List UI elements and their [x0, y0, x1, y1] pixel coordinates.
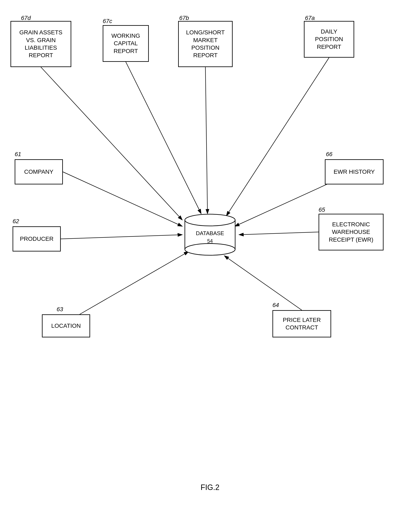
- tag-65: 65: [319, 206, 325, 213]
- figure-label: FIG.2: [0, 483, 420, 492]
- box-63-label: LOCATION: [51, 322, 81, 330]
- box-63: LOCATION: [42, 314, 90, 337]
- box-62-label: PRODUCER: [20, 235, 53, 243]
- box-67b-label: LONG/SHORTMARKETPOSITIONREPORT: [186, 29, 225, 59]
- tag-64: 64: [272, 302, 279, 308]
- database-cylinder: DATABASE 54: [183, 212, 237, 258]
- tag-67c: 67c: [103, 18, 112, 24]
- box-65-label: ELECTRONICWAREHOUSERECEIPT (EWR): [329, 221, 374, 244]
- svg-line-10: [224, 256, 302, 310]
- svg-line-1: [41, 67, 182, 220]
- box-67d-label: GRAIN ASSETSVS. GRAINLIABILITIESREPORT: [19, 29, 62, 59]
- svg-line-4: [226, 58, 329, 216]
- box-62: PRODUCER: [13, 226, 61, 251]
- figure-label-text: FIG.2: [201, 483, 219, 492]
- svg-line-7: [61, 235, 182, 239]
- box-67b: LONG/SHORTMARKETPOSITIONREPORT: [178, 21, 233, 67]
- box-67a: DAILYPOSITIONREPORT: [304, 21, 354, 58]
- diagram: 67d 67c 67b 67a 61 66 62 65 63 64 GRAIN …: [0, 0, 420, 517]
- tag-67d: 67d: [21, 15, 31, 21]
- svg-point-14: [185, 244, 235, 255]
- svg-text:54: 54: [207, 238, 213, 244]
- svg-line-2: [126, 62, 201, 214]
- tag-67b: 67b: [179, 15, 189, 21]
- box-67c: WORKINGCAPITALREPORT: [103, 25, 149, 62]
- svg-line-5: [63, 172, 182, 226]
- box-65: ELECTRONICWAREHOUSERECEIPT (EWR): [319, 214, 383, 250]
- diagram-lines: [0, 0, 420, 517]
- svg-point-15: [185, 214, 235, 226]
- svg-line-3: [205, 67, 208, 214]
- box-61: COMPANY: [15, 159, 63, 184]
- svg-line-8: [239, 232, 319, 235]
- box-66: EWR HISTORY: [325, 159, 383, 184]
- box-61-label: COMPANY: [24, 168, 53, 176]
- box-67d: GRAIN ASSETSVS. GRAINLIABILITIESREPORT: [10, 21, 71, 67]
- tag-67a: 67a: [305, 15, 315, 21]
- tag-63: 63: [57, 306, 63, 313]
- box-67c-label: WORKINGCAPITALREPORT: [112, 32, 140, 55]
- box-67a-label: DAILYPOSITIONREPORT: [315, 28, 343, 51]
- tag-62: 62: [13, 218, 19, 225]
- svg-line-9: [80, 251, 189, 314]
- tag-66: 66: [326, 151, 332, 157]
- cylinder-svg: DATABASE 54: [183, 212, 237, 258]
- box-64-label: PRICE LATERCONTRACT: [283, 316, 321, 331]
- svg-text:DATABASE: DATABASE: [196, 230, 224, 236]
- tag-61: 61: [15, 151, 21, 157]
- box-66-label: EWR HISTORY: [334, 168, 375, 176]
- box-64: PRICE LATERCONTRACT: [272, 310, 331, 337]
